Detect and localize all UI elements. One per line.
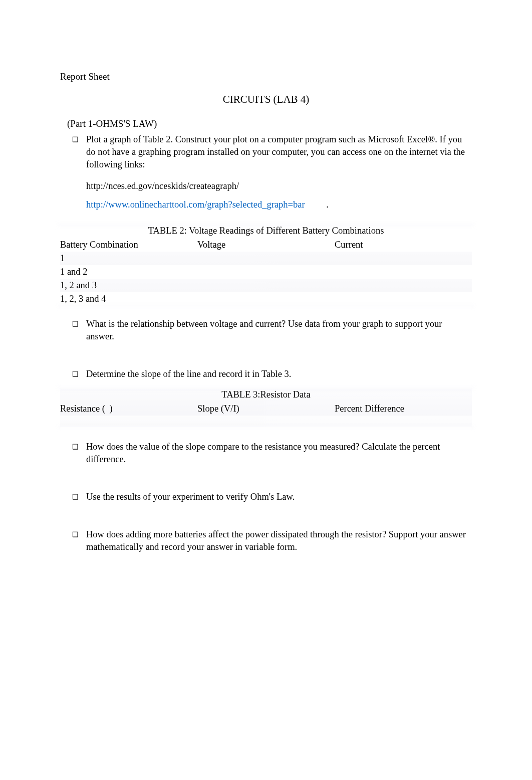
bullet-icon: ❑ bbox=[72, 441, 86, 466]
table-2-cell bbox=[197, 292, 335, 306]
part-title: (Part 1-OHMS'S LAW) bbox=[67, 117, 472, 130]
resistance-label-pre: Resistance ( bbox=[60, 404, 108, 414]
instruction-bullet-1: ❑ Plot a graph of Table 2. Construct you… bbox=[72, 133, 472, 211]
table-row: 1, 2, 3 and 4 bbox=[60, 292, 472, 306]
table-2-cell: 1 bbox=[60, 252, 197, 265]
table-2: Battery Combination Voltage Current 1 1 … bbox=[60, 238, 472, 306]
question-4: ❑ Use the results of your experiment to … bbox=[72, 491, 472, 503]
table-row: 1, 2 and 3 bbox=[60, 279, 472, 292]
table-2-header-col3: Current bbox=[335, 238, 472, 252]
bullet-icon: ❑ bbox=[72, 318, 86, 343]
table-2-cell bbox=[335, 279, 472, 292]
table-3-title: TABLE 3:Resistor Data bbox=[60, 388, 472, 401]
question-3: ❑ How does the value of the slope compar… bbox=[72, 441, 472, 466]
table-3-header-col2: Slope (V/I) bbox=[197, 402, 335, 416]
resistance-label-post: ) bbox=[110, 404, 113, 414]
table-2-cell bbox=[335, 252, 472, 265]
table-3-header-col3: Percent Difference bbox=[335, 402, 472, 416]
url-link-1[interactable]: http://www.onlinecharttool.com/graph?sel… bbox=[86, 199, 305, 211]
questions-group-2: ❑ How does the value of the slope compar… bbox=[60, 441, 472, 553]
table-2-header-col1: Battery Combination bbox=[60, 238, 197, 252]
questions-group-1: ❑ What is the relationship between volta… bbox=[60, 318, 472, 380]
question-1-text: What is the relationship between voltage… bbox=[86, 318, 472, 343]
table-2-cell bbox=[197, 265, 335, 279]
question-2-text: Determine the slope of the line and reco… bbox=[86, 368, 472, 380]
table-2-cell bbox=[335, 292, 472, 306]
page-heading: Report Sheet bbox=[60, 70, 472, 83]
table-2-cell bbox=[197, 279, 335, 292]
instruction-text-1: Plot a graph of Table 2. Construct your … bbox=[86, 133, 472, 211]
question-3-text: How does the value of the slope compare … bbox=[86, 441, 472, 466]
bullet-icon: ❑ bbox=[72, 528, 86, 553]
table-2-cell: 1, 2, 3 and 4 bbox=[60, 292, 197, 306]
table-row: 1 bbox=[60, 252, 472, 265]
question-1: ❑ What is the relationship between volta… bbox=[72, 318, 472, 343]
question-5: ❑ How does adding more batteries affect … bbox=[72, 528, 472, 553]
table-2-cell bbox=[197, 252, 335, 265]
table-3-header-col1: Resistance ( ) bbox=[60, 402, 197, 416]
table-2-header-col2: Voltage bbox=[197, 238, 335, 252]
question-4-text: Use the results of your experiment to ve… bbox=[86, 491, 472, 503]
bullet-icon: ❑ bbox=[72, 368, 86, 380]
bullet-icon: ❑ bbox=[72, 491, 86, 503]
table-2-cell: 1 and 2 bbox=[60, 265, 197, 279]
table-3-block: TABLE 3:Resistor Data Resistance ( ) Slo… bbox=[60, 388, 472, 427]
bullet-icon: ❑ bbox=[72, 133, 86, 211]
table-3-header-row: Resistance ( ) Slope (V/I) Percent Diffe… bbox=[60, 402, 472, 416]
table-2-title: TABLE 2: Voltage Readings of Different B… bbox=[60, 225, 472, 237]
table-3-empty-row bbox=[60, 416, 472, 427]
lab-title: CIRCUITS (LAB 4) bbox=[60, 92, 472, 106]
table-3: Resistance ( ) Slope (V/I) Percent Diffe… bbox=[60, 402, 472, 416]
question-2: ❑ Determine the slope of the line and re… bbox=[72, 368, 472, 380]
url-trailing-dot: . bbox=[326, 200, 329, 210]
table-row: 1 and 2 bbox=[60, 265, 472, 279]
table-2-block: TABLE 2: Voltage Readings of Different B… bbox=[60, 225, 472, 306]
url-plain-1: http://nces.ed.gov/nceskids/createagraph… bbox=[86, 180, 467, 192]
instruction-body: Plot a graph of Table 2. Construct your … bbox=[86, 134, 465, 169]
table-2-cell bbox=[335, 265, 472, 279]
table-2-header-row: Battery Combination Voltage Current bbox=[60, 238, 472, 252]
question-5-text: How does adding more batteries affect th… bbox=[86, 528, 472, 553]
table-2-cell: 1, 2 and 3 bbox=[60, 279, 197, 292]
